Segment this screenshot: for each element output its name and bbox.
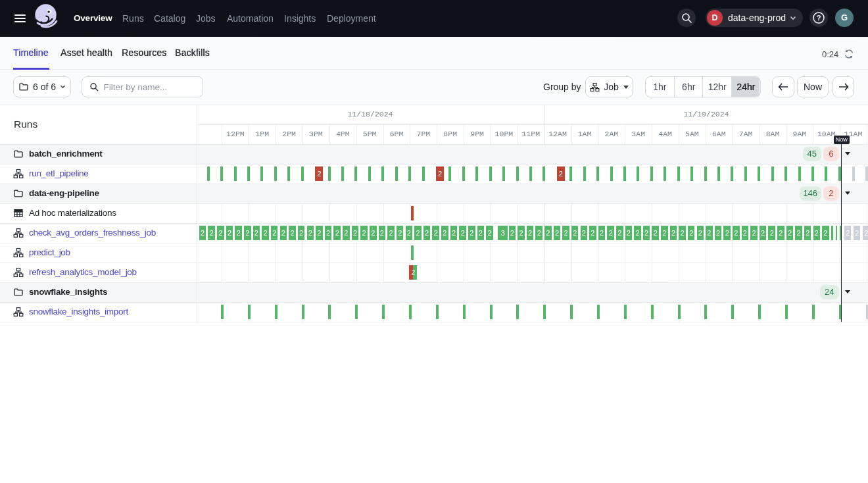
svg-text:?: ? [817, 14, 821, 22]
